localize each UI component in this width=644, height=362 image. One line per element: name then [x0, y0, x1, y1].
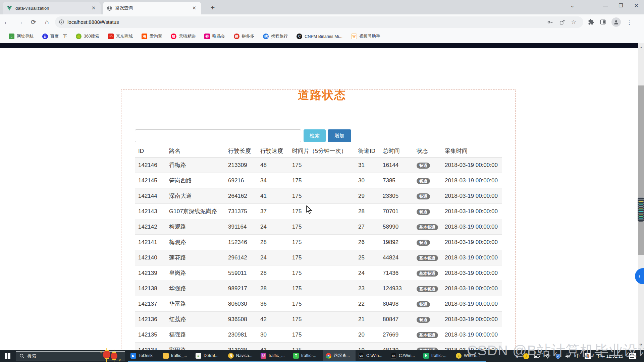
extensions-puzzle-icon[interactable]: [588, 19, 594, 25]
reload-icon[interactable]: ⟳: [27, 18, 40, 26]
taskbar-app-cmd2[interactable]: C:\C:\Win...: [388, 350, 421, 362]
taskbar-app-folder[interactable]: traffic_...: [160, 350, 193, 362]
cell-timeslice: 175: [289, 331, 355, 338]
forward-icon[interactable]: →: [13, 18, 27, 26]
cell-status: 畅通: [413, 239, 441, 246]
scrollbar-track[interactable]: ▲ ▼: [638, 43, 644, 350]
taskbar-app-ide2[interactable]: Ttraffic-...: [290, 350, 323, 362]
table-row: 142142梅观路391164241752758990基本畅通2018-03-1…: [135, 219, 502, 235]
col-header-id: ID: [135, 148, 166, 155]
scrollbar-up-icon[interactable]: ▲: [638, 45, 644, 50]
bookmark-favicon: C: [297, 34, 302, 39]
scrollbar-extension-widget[interactable]: [638, 197, 644, 222]
taskbar-app-todesk[interactable]: ▶ToDesk: [128, 350, 160, 362]
cell-id: 142140: [135, 254, 166, 261]
bookmark-2345-nav[interactable]: ⌂网址导航: [9, 34, 34, 39]
bookmark-favicon: ◎: [76, 34, 82, 39]
start-button[interactable]: [0, 350, 15, 362]
cell-timeslice: 175: [289, 301, 355, 307]
home-icon[interactable]: ⌂: [40, 18, 54, 26]
window-restore-button[interactable]: ❐: [613, 0, 629, 11]
new-tab-button[interactable]: +: [207, 3, 218, 13]
bookmark-favicon: 淘: [142, 34, 147, 39]
tab-traffic-query[interactable]: 路况查询 ✕: [103, 2, 201, 14]
site-info-icon[interactable]: [59, 19, 64, 24]
cell-timeslice: 175: [289, 285, 355, 292]
url-text[interactable]: localhost:8888/#/status: [67, 19, 544, 25]
side-panel-icon[interactable]: [600, 19, 606, 25]
tab-search-chevron-icon[interactable]: ⌄: [570, 3, 575, 9]
cell-streetid: 24: [355, 270, 379, 277]
search-button[interactable]: 检索: [304, 129, 326, 142]
cell-timeslice: 175: [289, 254, 355, 261]
share-icon[interactable]: [559, 19, 565, 25]
window-close-button[interactable]: ✕: [629, 0, 644, 11]
cell-collect-time: 2018-03-19 00:00:00: [441, 254, 502, 261]
bookmark-360-search[interactable]: ◎360搜索: [76, 34, 99, 39]
cell-speed: 28: [257, 239, 289, 246]
music-app-icon: ♪: [456, 353, 462, 359]
cell-road: 梅观路: [166, 238, 225, 246]
cell-status: 基本畅通: [413, 285, 441, 292]
cell-total: 58990: [379, 224, 413, 230]
taskbar-app-cmd1[interactable]: C:\C:\Win...: [356, 350, 388, 362]
cell-streetid: 20: [355, 331, 379, 338]
col-header-streetid: 街道ID: [355, 147, 379, 155]
taskbar-app-hbuilder[interactable]: Htraffic-...: [421, 350, 453, 362]
bookmark-baidu[interactable]: 百百度一下: [42, 34, 67, 39]
col-header-speed: 行驶速度: [257, 147, 289, 155]
tab-close-icon[interactable]: ✕: [91, 5, 97, 11]
cell-road: 笋岗西路: [166, 177, 225, 184]
bookmark-cnpm[interactable]: CCNPM Binaries Mi...: [297, 34, 342, 39]
cell-status: 畅通: [413, 316, 441, 323]
col-header-status: 状态: [413, 147, 441, 155]
bookmark-favicon: 猫: [171, 34, 176, 39]
cell-id: 142143: [135, 208, 166, 215]
add-button[interactable]: 增加: [328, 129, 351, 142]
bookmark-video-helper[interactable]: W视频号助手: [351, 34, 380, 39]
status-badge: 畅通: [417, 317, 430, 323]
cell-speed: 30: [257, 331, 289, 338]
cell-id: 142138: [135, 285, 166, 292]
bookmark-star-icon[interactable]: ☆: [571, 18, 576, 25]
cell-length: 731375: [225, 208, 257, 215]
taskbar-app-dtraf[interactable]: ≡D:\traf...: [193, 350, 225, 362]
ide2-icon: T: [293, 353, 299, 359]
scrollbar-thumb[interactable]: [638, 85, 644, 255]
taskbar-app-chrome-active[interactable]: 路况查...: [323, 350, 356, 362]
bookmark-vip[interactable]: 特唯品会: [204, 34, 225, 39]
cell-collect-time: 2018-03-19 00:00:00: [441, 316, 502, 323]
back-icon[interactable]: ←: [0, 18, 13, 26]
status-badge: 畅通: [417, 178, 430, 184]
cell-id: 142145: [135, 177, 166, 184]
table-row-partial: 142134彩田路313938431751948139基本畅通2018-03-1…: [135, 343, 502, 350]
cell-streetid: 23: [355, 285, 379, 292]
browser-menu-icon[interactable]: ⋮: [626, 18, 632, 26]
taskbar-app-ide[interactable]: Utraffic_...: [258, 350, 290, 362]
cell-timeslice: 175: [289, 193, 355, 199]
profile-avatar[interactable]: [611, 17, 621, 27]
cell-streetid: 29: [355, 193, 379, 199]
table-header-row: ID 路名 行驶长度 行驶速度 时间片（5分钟一次） 街道ID 总时间 状态 采…: [135, 145, 502, 158]
cell-length: 806030: [225, 301, 257, 307]
cell-status: 基本畅通: [413, 224, 441, 230]
window-minimize-button[interactable]: —: [598, 0, 613, 11]
bookmark-aitaobao[interactable]: 淘爱淘宝: [142, 34, 162, 39]
bookmark-jd[interactable]: JD京东商城: [108, 34, 133, 39]
tab-close-icon[interactable]: ✕: [191, 5, 197, 11]
col-header-length: 行驶长度: [225, 147, 257, 155]
bookmark-ctrip[interactable]: 携携程旅行: [263, 34, 288, 39]
search-row: 检索 增加: [135, 129, 351, 142]
password-key-icon[interactable]: [547, 19, 553, 25]
road-status-table: ID 路名 行驶长度 行驶速度 时间片（5分钟一次） 街道ID 总时间 状态 采…: [135, 145, 502, 350]
taskbar-apps: ▶ToDesk traffic_... ≡D:\traf... NNavica.…: [128, 350, 486, 362]
tab-data-visualization[interactable]: data-visualization ✕: [3, 2, 101, 14]
cell-status: 基本畅通: [413, 347, 441, 351]
col-header-road: 路名: [166, 147, 225, 155]
table-row: 142146香梅路213309481753116144畅通2018-03-19 …: [135, 158, 502, 173]
taskbar-app-navicat[interactable]: NNavica...: [225, 350, 258, 362]
bookmark-pinduoduo[interactable]: 拼拼多多: [234, 34, 255, 39]
address-bar[interactable]: localhost:8888/#/status ☆: [55, 16, 583, 28]
search-input[interactable]: [135, 129, 301, 142]
bookmark-tmall[interactable]: 猫天猫精选: [171, 34, 196, 39]
